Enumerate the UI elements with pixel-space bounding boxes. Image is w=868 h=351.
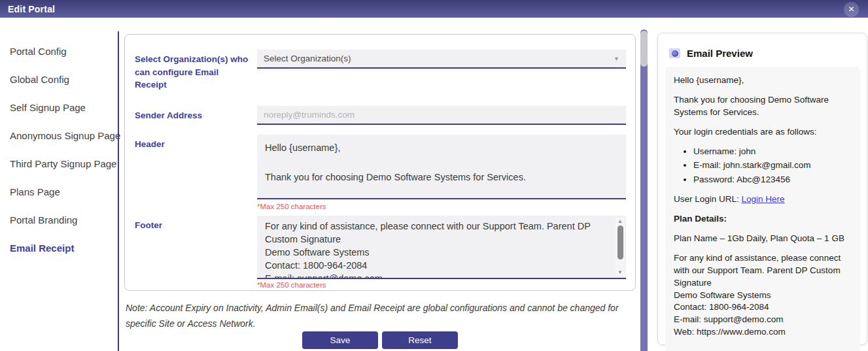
header-row: Header Hello {username}, Thank you for c… [135,135,626,210]
reset-button[interactable]: Reset [382,331,458,349]
signature-line: Demo Software Systems [674,290,852,302]
form-actions: Save Reset [124,331,636,349]
email-preview-panel: Email Preview Hello {username}, Thank yo… [657,33,867,345]
footer-max-note: *Max 250 characters [257,281,626,289]
sidebar-item-global-config[interactable]: Global Config [0,65,118,93]
preview-plan-line: Plan Name – 1Gb Daily, Plan Quota – 1 GB [674,233,852,245]
scrollbar-thumb[interactable] [617,226,623,259]
global-config-note: Note: Account Expiry on Inactivity, Admi… [126,301,631,332]
signature-line: Web: https://www.demo.com [674,326,852,339]
sidebar-item-email-receipt[interactable]: Email Receipt [0,234,118,262]
sidebar-item-anonymous-signup-page[interactable]: Anonymous Signup Page [0,122,118,150]
preview-password: Password: Abc@123456 [693,174,852,186]
organization-select[interactable]: Select Organization(s) ▼ [257,50,626,69]
preview-email: E-mail: john.stark@gmail.com [693,159,852,172]
preview-signature: For any kind of assistance, please conne… [674,252,852,339]
footer-textarea[interactable]: For any kind of assistance, please conne… [257,216,626,279]
header-label: Header [135,135,257,151]
email-receipt-form: Select Organization(s) who can configure… [124,34,636,291]
email-preview-header: Email Preview [665,48,860,59]
email-preview-body: Hello {username}, Thank you for choosing… [665,67,860,351]
scroll-down-icon[interactable]: ▼ [617,269,623,276]
email-preview-title: Email Preview [687,48,753,59]
sidebar-item-plans-page[interactable]: Plans Page [0,178,118,206]
header-max-note: *Max 250 characters [257,203,626,210]
preview-plan-heading: Plan Details: [674,213,852,226]
sidebar-item-third-party-signup-page[interactable]: Third Party Signup Page [0,150,118,178]
signature-line: E-mail: support@demo.com [674,314,852,326]
content-scrollbar[interactable] [640,29,648,351]
login-here-link[interactable]: Login Here [742,194,785,204]
preview-greeting: Hello {username}, [674,75,852,87]
organization-select-row: Select Organization(s) who can configure… [135,50,626,92]
settings-sidebar: Portal Config Global Config Self Signup … [0,18,118,351]
preview-thanks: Thank you for choosing Demo Software Sys… [674,94,852,119]
header-textarea[interactable]: Hello {username}, Thank you for choosing… [257,135,626,199]
sidebar-item-portal-branding[interactable]: Portal Branding [0,206,118,234]
preview-login-url: User Login URL: Login Here [674,193,852,206]
preview-login-label: User Login URL: [674,194,742,204]
sender-address-input[interactable] [257,106,626,125]
save-button[interactable]: Save [302,331,378,349]
preview-credentials-list: Username: john E-mail: john.stark@gmail.… [674,146,852,187]
organization-select-value: Select Organization(s) [264,54,351,63]
sender-address-row: Sender Address [135,106,626,125]
organization-select-label: Select Organization(s) who can configure… [135,50,257,92]
preview-username: Username: john [693,146,852,158]
sidebar-item-self-signup-page[interactable]: Self Signup Page [0,93,118,122]
dialog-title: Edit Portal [8,4,55,14]
footer-label: Footer [135,216,257,232]
sender-address-label: Sender Address [135,106,257,122]
signature-line: For any kind of assistance, please conne… [674,252,852,290]
sidebar-divider [118,31,119,351]
signature-line: Contact: 1800-964-2084 [674,301,852,314]
sidebar-item-portal-config[interactable]: Portal Config [0,37,118,65]
scroll-up-icon[interactable]: ▲ [617,218,623,225]
preview-credentials-intro: Your login credentials are as follows: [674,126,852,139]
footer-row: Footer For any kind of assistance, pleas… [135,216,626,289]
dialog-header: Edit Portal ✕ [0,0,868,18]
preview-icon [669,48,680,58]
close-icon[interactable]: ✕ [844,2,859,17]
content-scrollbar-thumb[interactable] [640,31,648,67]
chevron-down-icon: ▼ [614,56,619,62]
footer-textarea-scrollbar[interactable]: ▲ ▼ [616,218,625,276]
